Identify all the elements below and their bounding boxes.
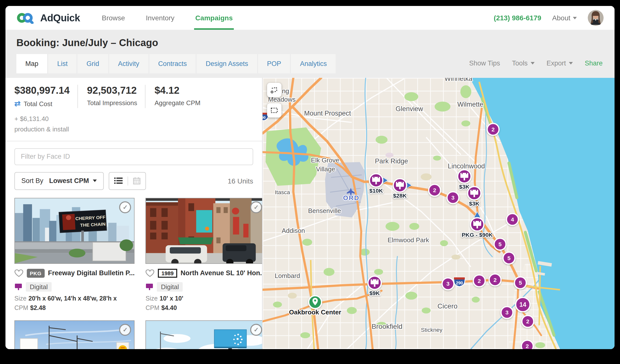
calendar-view-button[interactable] [128, 172, 146, 189]
airport-code-label: ORD [343, 194, 360, 201]
unit-cluster-marker[interactable]: 2 [487, 123, 499, 135]
svg-text:14: 14 [519, 301, 526, 308]
svg-text:4: 4 [511, 216, 514, 223]
unit-cluster-marker[interactable]: 2 [521, 340, 533, 349]
campaign-map[interactable]: ngMeadowsWinnetkaMount ProspectGlenviewW… [263, 78, 615, 349]
campaign-stats: $380,997.14 ⇄ Total Cost 92,503,712 Tota… [5, 78, 262, 141]
share-button[interactable]: Share [585, 60, 603, 67]
svg-text:Stickney: Stickney [421, 327, 443, 333]
unit-photo[interactable]: ✓ [145, 320, 262, 349]
unit-cluster-marker[interactable]: 4 [507, 213, 518, 225]
unit-size: Size20'h x 60'w, 14'h x 48'w, 28'h x [14, 295, 135, 302]
tab-design-assets[interactable]: Design Assets [197, 54, 257, 73]
pkg-badge: PKG [27, 269, 44, 277]
map-city-label: Wilmette [457, 101, 483, 108]
svg-text:Glenview: Glenview [396, 105, 423, 113]
tab-contracts[interactable]: Contracts [149, 54, 196, 73]
tab-grid[interactable]: Grid [78, 54, 108, 73]
polygon-draw-tool[interactable] [267, 83, 281, 97]
unit-cluster-marker[interactable]: 3 [501, 306, 513, 318]
unit-title: Freeway Digital Bulletin P... [48, 269, 135, 277]
svg-text:$28K: $28K [393, 192, 407, 199]
tab-pop[interactable]: POP [258, 54, 290, 73]
unit-cluster-marker[interactable]: 5 [494, 238, 506, 250]
unit-cluster-marker[interactable]: 2 [473, 275, 485, 287]
nav-item-browse[interactable]: Browse [101, 6, 126, 30]
unit-photo[interactable]: CHERRY OFF THE CHAIN ✓ [14, 198, 135, 264]
adquick-logo[interactable]: AdQuick [16, 6, 80, 30]
map-city-label: Village [316, 166, 335, 173]
campaign-header: Booking: June/July – Chicago MapListGrid… [5, 30, 615, 78]
show-tips-button[interactable]: Show Tips [469, 60, 500, 67]
unit-size: Size10' x 10' [145, 295, 262, 302]
svg-text:Bensenville: Bensenville [308, 207, 341, 214]
selected-check-icon[interactable]: ✓ [250, 324, 262, 335]
unit-card[interactable]: ✓ [145, 320, 262, 349]
favorite-heart-icon[interactable] [14, 269, 23, 277]
unit-title: North Avenue SL 10' Hon... [180, 269, 262, 277]
unit-cluster-marker[interactable]: 2 [522, 315, 534, 327]
unit-cluster-marker[interactable]: 3 [447, 192, 459, 204]
svg-text:$3K: $3K [459, 183, 470, 190]
unit-cluster-marker[interactable]: 5 [515, 277, 526, 289]
svg-text:Winnetka: Winnetka [445, 78, 472, 82]
tools-button[interactable]: Tools [512, 60, 535, 67]
svg-text:Mount Prospect: Mount Prospect [304, 110, 351, 117]
svg-text:3: 3 [451, 194, 455, 201]
tab-activity[interactable]: Activity [109, 54, 148, 73]
unit-photo[interactable]: ✓ [14, 320, 135, 349]
unit-card[interactable]: ✓ [14, 320, 135, 349]
unit-cpm: CPM$4.40 [145, 304, 262, 311]
stat-total-impressions: 92,503,712 Total Impressions [77, 85, 145, 108]
selected-check-icon[interactable]: ✓ [119, 201, 131, 213]
sort-by-button[interactable]: Sort By Lowest CPM [14, 172, 104, 190]
unit-cluster-marker[interactable]: 2 [489, 274, 501, 286]
svg-text:ng: ng [282, 88, 289, 94]
production-install-note: + $6,131.40 production & install [14, 114, 253, 135]
poi-marker-oakbrook-center[interactable] [309, 296, 322, 308]
unit-card[interactable]: CHERRY OFF THE CHAIN ✓ PKG Freeway Digit… [14, 198, 135, 311]
list-view-button[interactable] [109, 172, 128, 189]
billboard-price-marker[interactable]: $9K [368, 276, 381, 297]
tab-map[interactable]: Map [16, 54, 47, 73]
svg-text:2: 2 [526, 343, 529, 349]
swap-arrows-icon: ⇄ [14, 99, 21, 108]
rectangle-select-tool[interactable] [267, 103, 281, 118]
selected-check-icon[interactable]: ✓ [250, 201, 262, 213]
map-city-label: ng [282, 88, 289, 94]
phone-link[interactable]: (213) 986-6179 [494, 14, 541, 22]
brand-name: AdQuick [40, 12, 80, 24]
view-tabs: MapListGridActivityContractsDesign Asset… [16, 54, 337, 73]
unit-cluster-marker[interactable]: 14 [516, 297, 530, 312]
poi-label: Oakbrook Center [289, 309, 341, 316]
svg-text:2: 2 [433, 187, 436, 193]
tab-analytics[interactable]: Analytics [291, 54, 336, 73]
view-toggle-group [109, 172, 146, 190]
svg-text:$9K: $9K [369, 290, 380, 296]
about-menu[interactable]: About [552, 14, 577, 22]
tab-list[interactable]: List [48, 54, 77, 73]
favorite-heart-icon[interactable] [145, 269, 154, 277]
billboard-price-marker[interactable]: $3K [468, 186, 481, 207]
media-type-chip: Digital [157, 282, 183, 291]
selected-check-icon[interactable]: ✓ [119, 324, 131, 335]
svg-text:$10K: $10K [369, 187, 383, 194]
svg-text:Oakbrook Center: Oakbrook Center [289, 309, 341, 316]
unit-cluster-marker[interactable]: 3 [442, 278, 454, 290]
unit-photo[interactable]: ✓ [145, 198, 262, 264]
svg-text:PKG - $90K: PKG - $90K [462, 232, 493, 238]
chevron-down-icon [531, 62, 535, 64]
nav-item-campaigns[interactable]: Campaigns [194, 6, 234, 30]
svg-text:Itasca: Itasca [275, 189, 290, 195]
unit-card[interactable]: ✓ 1989 North Avenue SL 10' Hon... Digita… [145, 198, 262, 311]
export-button[interactable]: Export [547, 60, 573, 67]
unit-cluster-marker[interactable]: 2 [429, 184, 441, 196]
stat-total-cost: $380,997.14 ⇄ Total Cost [14, 85, 77, 108]
user-avatar[interactable] [588, 10, 604, 26]
svg-text:Elmwood Park: Elmwood Park [388, 237, 429, 243]
unit-cluster-marker[interactable]: 5 [503, 252, 515, 264]
face-id-filter-input[interactable] [14, 148, 253, 165]
svg-text:5: 5 [507, 255, 511, 261]
billboard-price-marker[interactable]: $3K [458, 170, 471, 190]
nav-item-inventory[interactable]: Inventory [145, 6, 175, 30]
